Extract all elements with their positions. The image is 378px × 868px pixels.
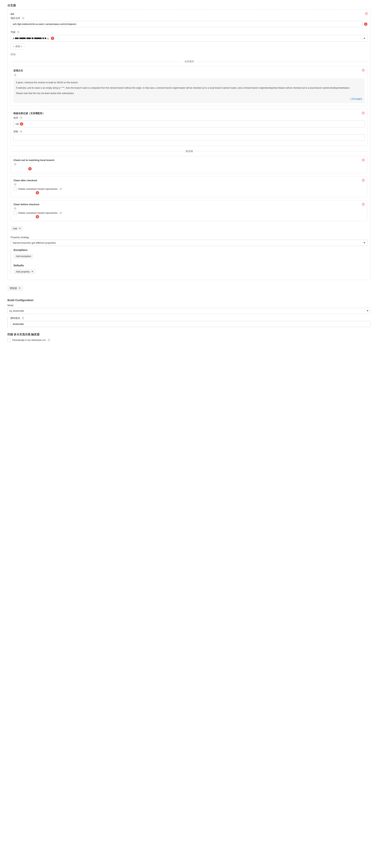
behavior-label: 行为 [10,53,16,56]
chevron-down-icon [19,228,21,229]
help-icon[interactable]: ? [13,183,17,186]
include-input[interactable]: uat 3 [13,121,365,127]
repo-label: 项目仓库 [10,17,20,20]
periodic-label: Periodically if not otherwise run [12,339,46,341]
build-config-title: Build Configuration [7,299,371,302]
defaults-heading: Defaults [13,264,368,267]
help-icon[interactable]: ? [47,338,51,342]
add-credential-button[interactable]: + 添加 ▾ [10,43,24,50]
credentials-label: 凭据 [10,30,16,34]
remove-filter-button[interactable]: ✕ [361,111,365,115]
script-path-label: 脚本路径 [10,316,20,320]
checkout-local-title: Check out to matching local branch [13,159,54,161]
divider-extra: 附加项 [10,150,368,153]
help-icon[interactable]: ? [21,316,25,320]
include-label: 包含 [13,116,18,120]
credentials-value-prefix: A [13,37,14,40]
annotation-badge-2: 2 [51,37,54,40]
credentials-value-suffix: c) [47,37,49,40]
clean-after-checkbox-label: Delete untracked nested repositories [18,188,58,190]
branch-sources-title: 分支源 [7,4,371,7]
caret-down-icon: ▾ [21,45,22,48]
discover-branches-box: ✕ 发现分支 ? If given, checkout the revision… [10,66,368,106]
plus-icon: + [13,45,14,48]
help-icon[interactable]: ? [59,211,62,215]
property-strategy-select[interactable]: Named branches get different properties [10,240,368,246]
git-plugin-link[interactable]: Git plugin [352,98,361,100]
discover-title: 发现分支 [13,69,23,72]
filter-title: 根据名称过滤（支持通配符） [13,112,45,115]
repo-input[interactable] [10,21,362,27]
chevron-down-icon [19,288,21,289]
chevron-down-icon [364,38,365,39]
clean-before-box: ✕ Clean before checkout ? Delete untrack… [10,200,368,221]
filter-by-name-box: ✕ 根据名称过滤（支持通配符） 包含 ? uat 3 排除 ? [10,109,368,146]
exceptions-heading: Exceptions [13,248,368,251]
add-behavior-button[interactable]: Add [10,226,23,231]
script-path-input[interactable] [10,321,371,327]
help-icon[interactable]: ? [17,30,20,34]
scan-triggers-title: 扫描 多分支流水线 触发器 [7,333,371,336]
chevron-down-icon [367,310,369,311]
clean-after-box: ✕ Clean after checkout ? Delete untracke… [10,176,368,197]
help-icon[interactable]: ? [21,17,25,20]
clean-before-checkbox[interactable] [13,211,17,215]
help-icon[interactable]: ? [13,73,17,77]
periodic-checkbox[interactable] [7,338,11,342]
annotation-badge-6: 6 [36,215,39,218]
exclude-label: 排除 [13,130,18,133]
annotation-badge-3: 3 [20,122,23,126]
remove-checkout-local-button[interactable]: ✕ [361,158,365,162]
checkout-local-box: ✕ Check out to matching local branch ? 4 [10,156,368,173]
discover-info-block: If given, checkout the revision to build… [13,78,365,103]
chevron-down-icon [31,271,33,272]
property-strategy-label: Property strategy [10,236,29,239]
help-icon[interactable]: ? [13,163,17,166]
annotation-badge-4: 4 [28,167,32,170]
help-icon[interactable]: ? [59,187,62,191]
divider-repo-related: 仓库相关 [10,60,368,63]
clean-before-checkbox-label: Delete untracked nested repositories [18,212,58,214]
credentials-select[interactable]: A c) 2 [10,35,368,42]
remove-clean-after-button[interactable]: ✕ [361,178,365,182]
git-heading: Git [10,13,14,16]
clean-after-title: Clean after checkout [13,179,37,182]
annotation-badge-1: 1 [364,23,368,26]
add-exception-button[interactable]: Add exception [13,254,33,259]
add-property-button[interactable]: Add property [13,269,35,274]
help-icon[interactable]: ? [19,130,23,133]
exclude-input[interactable] [13,134,365,141]
clean-after-checkbox[interactable] [13,187,17,191]
mode-label: Mode [7,304,13,307]
help-icon[interactable]: ? [13,207,17,210]
add-source-button[interactable]: 增加源 [7,285,23,291]
remove-git-source-button[interactable]: ✕ [365,11,369,16]
annotation-badge-5: 5 [36,191,39,194]
chevron-down-icon [364,242,365,243]
help-icon[interactable]: ? [19,116,23,120]
remove-clean-before-button[interactable]: ✕ [361,202,365,206]
mode-select[interactable]: by Jenkinsfile [7,308,371,314]
branch-source-git-box: ✕ Git 项目仓库 ? 1 凭据 ? A c) 2 [7,9,371,280]
remove-discover-button[interactable]: ✕ [361,68,365,72]
clean-before-title: Clean before checkout [13,203,39,206]
